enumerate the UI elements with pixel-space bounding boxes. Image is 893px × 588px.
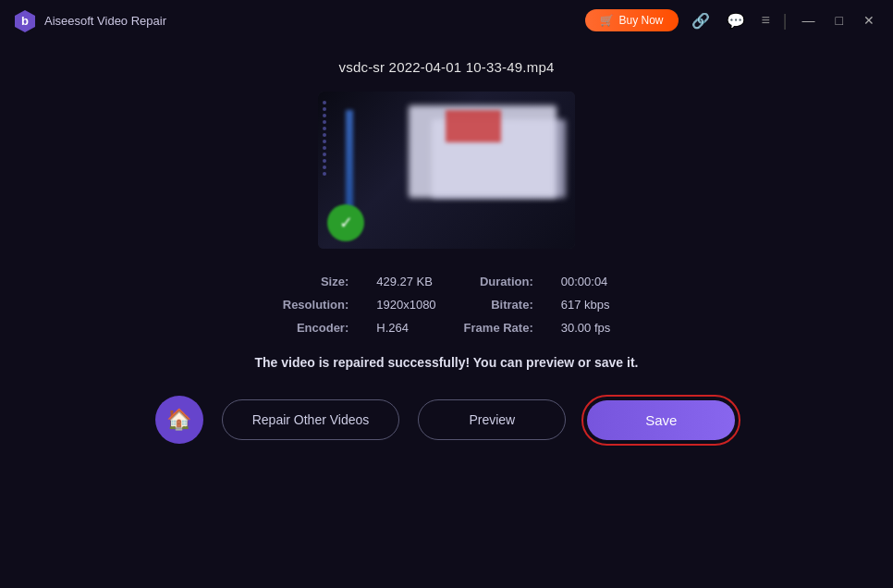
minimize-button[interactable]: — [797,11,821,30]
repair-other-button[interactable]: Repair Other Videos [222,399,400,440]
bitrate-label: Bitrate: [464,298,533,312]
encoder-label: Encoder: [283,321,349,335]
video-thumbnail: ✓ [318,92,575,249]
encoder-value: H.264 [376,321,435,335]
size-label: Size: [283,275,349,288]
buy-now-button[interactable]: 🛒 Buy Now [585,9,678,31]
duration-label: Duration: [464,275,533,288]
video-thumbnail-container: ✓ [318,92,575,249]
save-button[interactable]: Save [587,400,735,440]
preview-button[interactable]: Preview [418,399,566,440]
titlebar: b Aiseesoft Video Repair 🛒 Buy Now 🔗 💬 ≡… [0,0,893,41]
resolution-label: Resolution: [283,298,349,312]
link-icon[interactable]: 🔗 [688,10,714,31]
close-button[interactable]: ✕ [858,11,880,30]
app-logo: b [13,8,37,32]
titlebar-right: 🛒 Buy Now 🔗 💬 ≡ | — □ ✕ [585,9,880,31]
frame-rate-label: Frame Rate: [464,321,533,335]
svg-text:b: b [21,14,29,28]
video-filename: vsdc-sr 2022-04-01 10-33-49.mp4 [339,59,555,75]
titlebar-left: b Aiseesoft Video Repair [13,8,166,32]
size-value: 429.27 KB [376,275,435,288]
menu-icon[interactable]: ≡ [758,10,774,31]
success-message: The video is repaired successfully! You … [255,355,639,370]
main-content: vsdc-sr 2022-04-01 10-33-49.mp4 ✓ Size: … [0,41,893,472]
thumb-check-icon: ✓ [327,204,364,241]
chat-icon[interactable]: 💬 [723,10,749,31]
button-row: 🏠 Repair Other Videos Preview Save [155,396,739,444]
app-title: Aiseesoft Video Repair [44,14,166,28]
save-button-wrapper: Save [584,398,738,443]
frame-rate-value: 30.00 fps [561,321,611,335]
bitrate-value: 617 kbps [561,298,611,312]
cart-icon: 🛒 [600,14,614,27]
home-button[interactable]: 🏠 [155,396,203,444]
thumb-red-area [446,110,501,142]
maximize-button[interactable]: □ [830,11,849,30]
home-icon: 🏠 [166,408,191,432]
buy-now-label: Buy Now [618,14,663,27]
metadata-grid: Size: 429.27 KB Duration: 00:00:04 Resol… [283,275,610,335]
resolution-value: 1920x1080 [376,298,435,312]
divider: | [783,11,788,31]
duration-value: 00:00:04 [561,275,611,288]
